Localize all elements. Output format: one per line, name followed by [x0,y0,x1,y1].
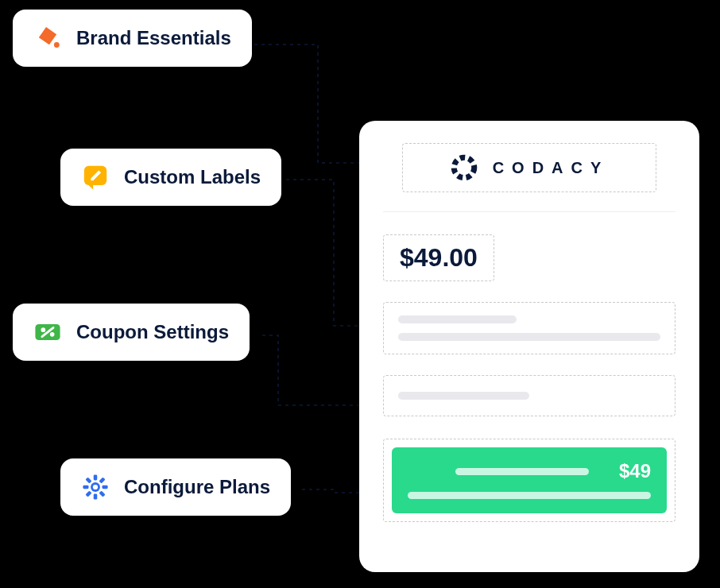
brand-essentials-card[interactable]: Brand Essentials [13,10,252,67]
configure-plans-card[interactable]: Configure Plans [60,458,291,516]
svg-rect-14 [99,490,105,497]
brand-logo-icon [450,153,478,182]
coupon-field-slot [383,375,675,416]
placeholder-bar [455,468,589,475]
svg-rect-10 [103,485,108,489]
svg-point-3 [41,327,46,332]
placeholder-bar [408,492,651,499]
svg-rect-7 [94,474,98,480]
edit-label-icon [81,163,110,191]
svg-point-4 [50,332,55,337]
checkout-preview-panel: CODACY $49.00 $49 [359,121,699,572]
svg-rect-12 [85,490,91,497]
svg-point-15 [93,485,98,489]
coupon-settings-card[interactable]: Coupon Settings [13,304,250,361]
configure-plans-label: Configure Plans [124,476,270,498]
plan-cta-slot: $49 [383,439,675,522]
svg-rect-9 [83,485,88,489]
label-field-slot [383,302,675,354]
percent-ticket-icon [33,318,62,346]
svg-point-16 [454,157,474,178]
brand-name: CODACY [493,159,610,177]
gear-icon [81,473,110,501]
panel-divider [383,211,675,212]
checkout-button[interactable]: $49 [392,447,667,513]
cta-price: $49 [619,460,651,482]
placeholder-bar [398,392,529,400]
placeholder-bar [398,315,517,323]
custom-labels-label: Custom Labels [124,166,261,188]
custom-labels-card[interactable]: Custom Labels [60,149,281,206]
brand-logo-slot: CODACY [402,143,656,192]
coupon-settings-label: Coupon Settings [76,321,229,343]
placeholder-bar [398,333,660,341]
svg-rect-11 [99,477,105,483]
brand-essentials-label: Brand Essentials [76,27,231,49]
price-display: $49.00 [383,234,494,281]
svg-point-0 [54,42,60,48]
svg-rect-13 [85,477,91,483]
paint-bucket-icon [33,24,62,52]
svg-rect-8 [94,494,98,500]
